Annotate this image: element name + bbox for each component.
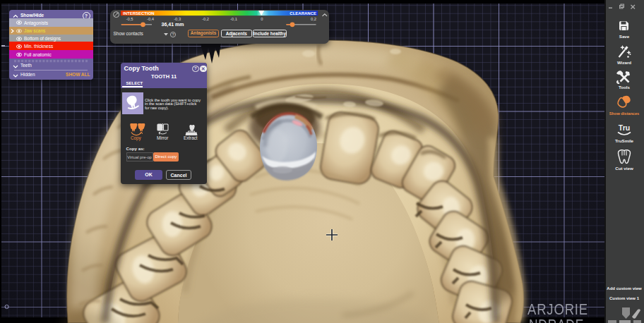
svg-text:INTERSECTION: INTERSECTION <box>123 11 155 16</box>
svg-text:36,41 mm: 36,41 mm <box>161 22 184 28</box>
svg-text:Tru: Tru <box>619 123 630 132</box>
svg-text:0: 0 <box>261 17 263 21</box>
svg-text:CLEARANCE: CLEARANCE <box>290 11 316 16</box>
svg-text:-0,1: -0,1 <box>229 17 237 21</box>
svg-text:Cut view: Cut view <box>615 166 633 171</box>
svg-text:Wizard: Wizard <box>617 60 631 65</box>
svg-text:NDRADE: NDRADE <box>529 316 584 323</box>
svg-text:-0,3: -0,3 <box>174 17 181 21</box>
svg-text:Save: Save <box>619 34 630 39</box>
svg-text:Add custom view: Add custom view <box>607 286 642 291</box>
svg-text:Tools: Tools <box>619 85 631 90</box>
svg-text:0,2: 0,2 <box>310 17 316 21</box>
svg-text:-0,5: -0,5 <box>126 17 133 21</box>
svg-text:-0,4: -0,4 <box>147 17 155 21</box>
svg-text:?: ? <box>172 32 174 37</box>
svg-text:-0,2: -0,2 <box>202 17 209 21</box>
svg-text:Custom view 1: Custom view 1 <box>609 296 640 300</box>
svg-text:Show distances: Show distances <box>609 111 639 116</box>
svg-text:TruSmile: TruSmile <box>615 138 634 143</box>
